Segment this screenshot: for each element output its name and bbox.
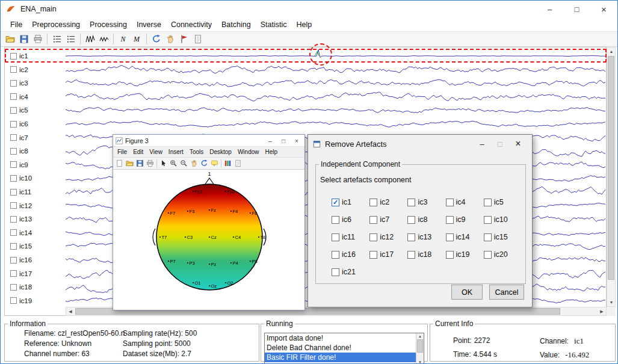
menu-item-preprocessing[interactable]: Preprocessing [27,19,85,31]
channel-checkbox-ic9[interactable] [10,161,17,168]
component-option-ic3[interactable]: ic3 [407,197,445,207]
menu-item-desktop[interactable]: Desktop [206,149,235,155]
component-checkbox-ic6[interactable] [332,216,339,224]
document-icon[interactable] [233,158,243,168]
component-checkbox-ic14[interactable] [446,233,454,241]
component-option-ic11[interactable]: ic11 [332,232,369,242]
channel-checkbox-ic7[interactable] [10,134,17,141]
component-option-ic14[interactable]: ic14 [446,232,484,242]
cancel-button[interactable]: Cancel [489,285,524,300]
channel-checkbox-ic11[interactable] [10,189,17,196]
scroll-up-icon[interactable]: ▲ [416,333,424,339]
component-checkbox-ic2[interactable] [369,199,377,206]
rotate-icon[interactable] [199,158,209,168]
component-checkbox-ic3[interactable] [407,199,415,206]
component-option-ic2[interactable]: ic2 [369,197,407,207]
channel-checkbox-ic12[interactable] [10,202,17,209]
wave-small-icon[interactable] [97,32,111,46]
component-checkbox-ic11[interactable] [332,233,339,241]
component-option-ic6[interactable]: ic6 [332,215,369,224]
component-checkbox-ic10[interactable] [484,216,492,224]
component-checkbox-ic21[interactable] [332,268,339,276]
component-checkbox-ic7[interactable] [369,216,377,224]
channel-checkbox-ic10[interactable] [10,175,17,182]
colorbar-icon[interactable] [223,158,233,168]
menu-item-processing[interactable]: Processing [85,19,132,31]
cursor-icon[interactable] [158,158,168,168]
component-option-ic12[interactable]: ic12 [369,232,407,242]
letter-n-icon[interactable]: N [116,32,130,46]
channel-checkbox-ic18[interactable] [10,284,17,291]
running-item[interactable]: Delete Bad Channel done! [265,343,416,353]
close-button[interactable]: × [590,1,617,17]
minimize-button[interactable]: – [473,135,491,153]
close-button[interactable]: × [509,135,527,153]
component-option-ic4[interactable]: ic4 [446,197,484,207]
document-icon[interactable] [191,32,205,46]
component-checkbox-ic9[interactable] [446,216,454,224]
menu-item-statistic[interactable]: Statistic [256,19,292,31]
channel-checkbox-ic3[interactable] [10,80,17,87]
running-item[interactable]: Import data done! [265,333,416,343]
print-icon[interactable] [31,32,45,46]
channel-checkbox-ic5[interactable] [10,107,17,114]
component-checkbox-ic18[interactable] [407,251,415,259]
marker-flag-icon[interactable] [177,32,191,46]
component-option-ic8[interactable]: ic8 [407,215,445,224]
vertical-scrollbar-thumb[interactable] [608,56,614,280]
component-checkbox-ic5[interactable] [484,199,492,206]
channel-checkbox-ic8[interactable] [10,148,17,155]
zoom-out-icon[interactable] [179,158,189,168]
print-icon[interactable] [145,158,155,168]
channel-checkbox-ic14[interactable] [10,229,17,236]
component-checkbox-ic8[interactable] [407,216,415,224]
zoom-in-icon[interactable] [168,158,179,168]
maximize-button[interactable]: □ [277,135,290,147]
running-scrollbar-thumb[interactable] [417,339,423,353]
list-view-icon[interactable] [50,32,64,46]
component-option-ic18[interactable]: ic18 [407,250,445,259]
vertical-scrollbar[interactable]: ▲ ▼ [607,47,616,307]
component-checkbox-ic17[interactable] [369,251,377,259]
component-option-ic10[interactable]: ic10 [484,215,522,224]
minimize-button[interactable]: – [536,1,563,17]
menu-item-edit[interactable]: Edit [130,149,146,155]
scroll-down-icon[interactable]: ▼ [607,298,616,306]
component-option-ic13[interactable]: ic13 [407,232,445,242]
pan-hand-icon[interactable] [189,158,199,168]
scroll-up-icon[interactable]: ▲ [607,48,616,55]
channel-checkbox-ic6[interactable] [10,121,17,128]
component-checkbox-ic1[interactable]: ✓ [332,199,339,206]
channel-checkbox-ic15[interactable] [10,243,17,250]
ok-button[interactable]: OK [451,285,483,300]
open-folder-icon[interactable] [3,32,17,46]
menu-item-inverse[interactable]: Inverse [132,19,166,31]
wave-large-icon[interactable] [83,32,97,46]
component-option-ic5[interactable]: ic5 [484,197,522,207]
running-listbox[interactable]: Import data done!Delete Bad Channel done… [264,333,424,364]
channel-checkbox-ic4[interactable] [10,93,17,100]
component-checkbox-ic20[interactable] [484,251,492,259]
new-document-icon[interactable] [114,158,125,168]
scroll-down-icon[interactable]: ▼ [416,359,424,364]
component-checkbox-ic4[interactable] [446,199,454,206]
running-listbox-scrollbar[interactable]: ▲ ▼ [416,333,424,364]
menu-item-file[interactable]: File [5,19,27,31]
menu-item-connectivity[interactable]: Connectivity [166,19,217,31]
component-option-ic19[interactable]: ic19 [446,250,484,259]
menu-item-batching[interactable]: Batching [217,19,256,31]
pan-hand-icon[interactable] [163,32,177,46]
channel-checkbox-ic13[interactable] [10,216,17,223]
save-icon[interactable] [17,32,31,46]
scroll-right-icon[interactable]: ▶ [598,307,606,315]
component-option-ic16[interactable]: ic16 [332,250,369,259]
maximize-button[interactable]: □ [563,1,590,17]
component-option-ic15[interactable]: ic15 [484,232,522,242]
component-checkbox-ic19[interactable] [446,251,454,259]
component-option-ic20[interactable]: ic20 [484,250,522,259]
component-option-ic1[interactable]: ✓ic1 [332,197,369,207]
close-button[interactable]: × [290,135,303,147]
letter-m-icon[interactable]: M [130,32,144,46]
channel-checkbox-ic19[interactable] [10,297,17,304]
component-option-ic21[interactable]: ic21 [332,267,369,277]
